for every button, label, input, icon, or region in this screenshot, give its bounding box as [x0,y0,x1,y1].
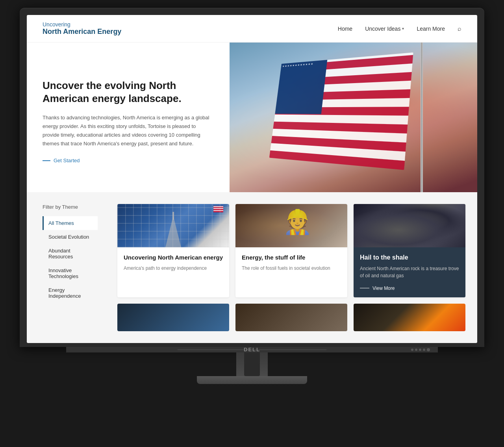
coal-illustration [354,204,465,247]
hero-text-area: Uncover the evolving North American ener… [27,43,230,192]
sidebar-item-societal-evolution[interactable]: Societal Evolution [43,230,98,244]
preview-card-3[interactable] [354,304,465,331]
flag-element: ★ ★ ★ ★ ★ ★ ★ ★ ★ ★ [269,52,413,170]
preview-card-2[interactable] [235,304,347,331]
content-section: Filter by Theme All Themes Societal Evol… [27,192,477,343]
logo-top-text: Uncovering [43,21,121,28]
card-desc-2: The role of fossil fuels in societal evo… [242,265,341,272]
card-desc-3: Ancient North American rock is a treasur… [360,265,459,279]
card-image-worker: 👷 [235,204,347,247]
hero-section: Uncover the evolving North American ener… [27,43,477,192]
worker-illustration: 👷 [283,208,312,236]
indicator-dot-3 [419,349,421,351]
logo-bottom-text: North American Energy [43,28,121,36]
card-body-2: Energy, the stuff of life The role of fo… [235,247,347,278]
sidebar-item-abundant-resources[interactable]: Abundant Resources [43,244,98,263]
card-desc-1: America's path to energy independence [124,265,223,272]
hero-title: Uncover the evolving North American ener… [43,79,214,106]
sidebar-item-all-themes[interactable]: All Themes [43,216,98,230]
flagpole [421,43,423,192]
chevron-down-icon: ▾ [402,26,404,31]
sidebar-item-innovative-technologies[interactable]: Innovative Technologies [43,263,98,283]
card-body-3: Hail to the shale Ancient North American… [354,247,465,297]
cards-grid: Uncovering North American energy America… [117,204,465,297]
card-title-3: Hail to the shale [360,254,459,262]
card-image-rig [117,204,229,247]
view-more-dash [360,288,369,288]
monitor-indicator-dots [411,348,430,351]
power-indicator [427,348,430,351]
search-icon[interactable]: ⌕ [458,25,461,32]
rig-illustration [161,212,185,247]
monitor-bottom-bar: DELL [66,347,438,352]
rig-flag-illustration [213,206,223,212]
monitor-neck-inner [244,352,260,376]
card-body-1: Uncovering North American energy America… [117,247,229,278]
card-image-coal [354,204,465,247]
navigation: Uncovering North American Energy Home Un… [27,15,477,43]
cta-label: Get Started [54,158,80,163]
card-title-2: Energy, the stuff of life [242,254,341,262]
monitor-shell: Uncovering North American Energy Home Un… [20,8,484,384]
cards-area: Uncovering North American energy America… [106,204,477,331]
hero-description: Thanks to advancing technologies, North … [43,113,214,148]
nav-links: Home Uncover Ideas ▾ Learn More ⌕ [338,25,461,32]
preview-card-1[interactable] [117,304,229,331]
indicator-dot-1 [411,349,413,351]
card-uncovering-energy[interactable]: Uncovering North American energy America… [117,204,229,297]
monitor-screen: Uncovering North American Energy Home Un… [27,15,477,343]
website: Uncovering North American Energy Home Un… [27,15,477,343]
hero-image-area: ★ ★ ★ ★ ★ ★ ★ ★ ★ ★ [230,43,477,192]
sidebar-item-energy-independence[interactable]: Energy Independence [43,283,98,303]
site-logo[interactable]: Uncovering North American Energy [43,21,121,36]
card-title-1: Uncovering North American energy [124,254,223,262]
view-more-label: View More [372,286,395,291]
cta-dash [43,160,50,161]
filter-label: Filter by Theme [43,204,98,210]
bottom-row-previews [117,304,465,331]
card-energy-stuff-of-life[interactable]: 👷 Energy, the stuff of life The role of … [235,204,347,297]
sidebar: Filter by Theme All Themes Societal Evol… [27,204,106,331]
indicator-dot-2 [415,349,417,351]
monitor-base [197,376,307,384]
flag-canton: ★ ★ ★ ★ ★ ★ ★ ★ ★ ★ [275,60,328,114]
monitor-neck [236,352,268,376]
nav-home[interactable]: Home [338,26,352,32]
get-started-cta[interactable]: Get Started [43,158,214,163]
card-hail-to-shale[interactable]: Hail to the shale Ancient North American… [354,204,465,297]
indicator-dot-4 [423,349,425,351]
nav-learn-more[interactable]: Learn More [417,26,445,32]
monitor-bezel: Uncovering North American Energy Home Un… [20,8,484,347]
hero-flag-image: ★ ★ ★ ★ ★ ★ ★ ★ ★ ★ [230,43,477,192]
nav-uncover-ideas[interactable]: Uncover Ideas ▾ [365,26,404,32]
view-more-button[interactable]: View More [360,286,459,291]
monitor-brand: DELL [244,347,260,352]
